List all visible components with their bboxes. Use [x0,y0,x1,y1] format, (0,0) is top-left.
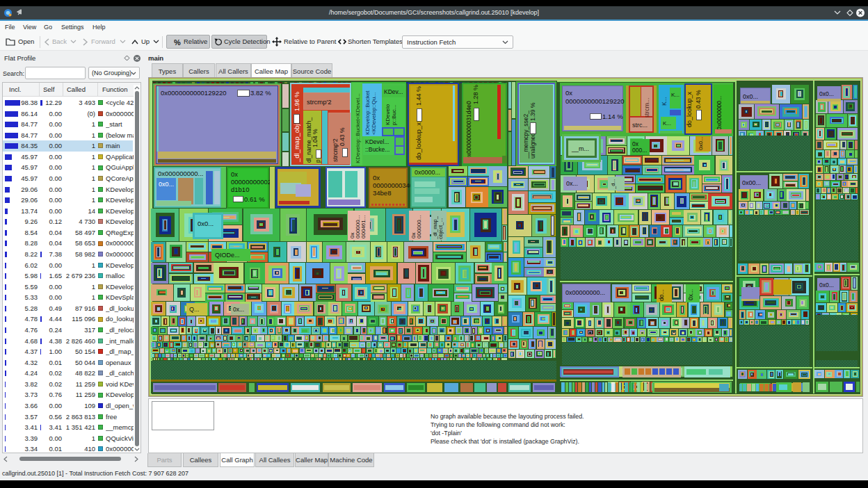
svg-text:0x00...: 0x00... [742,179,761,186]
svg-text:0.43 %: 0.43 % [339,127,346,146]
svg-text:0x0...: 0x0... [819,90,834,97]
svg-text:unaligned: unaligned [529,133,536,158]
svg-text:object_...: object_... [437,218,444,239]
svg-text:strcm...: strcm... [643,98,650,119]
svg-text:p: p [314,159,321,163]
svg-text:KDevelop::Bucket: KDevelop::Bucket [364,90,371,135]
svg-text:0x000000000031d4e0: 0x000000000031d4e0 [465,101,472,160]
svg-text:00000000340: 00000000340 [373,181,413,189]
svg-text:_d...: _d... [610,179,616,190]
svg-text:do_lookup_x: do_lookup_x [415,122,422,160]
svg-text:::Bucke...: ::Bucke... [365,146,389,153]
svg-text:00000000002: 00000000002 [231,178,271,186]
svg-text:1.39 %: 1.39 % [529,102,536,121]
svg-text:0x...: 0x... [233,306,244,313]
svg-text:do_lookup_x: do_lookup_x [686,91,693,127]
svg-text:KDevelop::Bucket<KDevel...: KDevelop::Bucket<KDevel... [355,93,361,163]
svg-text:d1b10: d1b10 [231,186,249,193]
svg-text:3.82 %: 3.82 % [250,89,271,97]
svg-text:Q...: Q... [189,306,200,313]
svg-text:0x0...: 0x0... [198,220,214,227]
svg-text:0x: 0x [565,89,572,97]
svg-text:0x: 0x [231,170,238,178]
svg-text:0x0...: 0x0... [743,93,758,100]
svg-text:1.28 %: 1.28 % [472,85,479,104]
svg-text:000...: 000... [632,147,647,154]
svg-text:0x0...: 0x0... [159,181,174,188]
svg-text:1.96 %: 1.96 % [294,92,300,111]
svg-text:%: % [174,38,181,47]
svg-text:strc...: strc... [632,122,648,129]
svg-text:0000000000129220: 0000000000129220 [565,97,625,105]
svg-text:0.61 %: 0.61 % [244,195,265,203]
svg-text:0x0...: 0x0... [819,282,834,288]
svg-text:KDev...: KDev... [384,88,403,95]
svg-text:__memcpy_sse2_: __memcpy_sse2_ [522,111,529,159]
svg-text:1.04 %: 1.04 % [312,129,319,147]
svg-text:0x0000000000129220: 0x0000000000129220 [161,89,227,97]
svg-text:strcmp'2: strcmp'2 [307,98,332,106]
svg-text:K...: K... [661,97,668,106]
svg-text:0x00000000...: 0x00000000... [565,289,605,296]
svg-text:0x0000000...: 0x0000000... [716,96,723,130]
svg-text:do...: do... [658,289,665,301]
svg-text:QIODe...: QIODe... [215,252,240,259]
svg-text:KDevel...: KDevel... [365,138,389,145]
svg-text:1.44 %: 1.44 % [415,86,422,106]
svg-text:0x000000000...: 0x000000000... [158,170,204,177]
svg-text:K...: K... [663,120,671,127]
svg-text:0x0000...: 0x0000... [415,169,440,176]
svg-text:000000...: 000000... [416,215,422,238]
svg-text:KDevelo: KDevelo [385,104,391,125]
svg-text:0x: 0x [373,174,380,181]
svg-text:0x...: 0x... [687,289,694,300]
svg-text:34be8: 34be8 [373,189,391,197]
svg-text:p::Buc...: p::Buc... [391,105,397,125]
svg-text:0x0...: 0x0... [698,136,704,150]
svg-text:__m...: __m... [571,145,589,152]
svg-text:0.43 %: 0.43 % [695,90,702,108]
svg-text:<KDevelop::Qu...: <KDevelop::Qu... [371,92,377,135]
svg-text:1.14 %: 1.14 % [602,113,623,120]
svg-text:000461...: 000461... [360,215,367,238]
svg-text:strcmp'2: strcmp'2 [332,138,339,162]
svg-text:0x...: 0x... [566,180,578,187]
svg-text:K...: K... [671,92,680,98]
